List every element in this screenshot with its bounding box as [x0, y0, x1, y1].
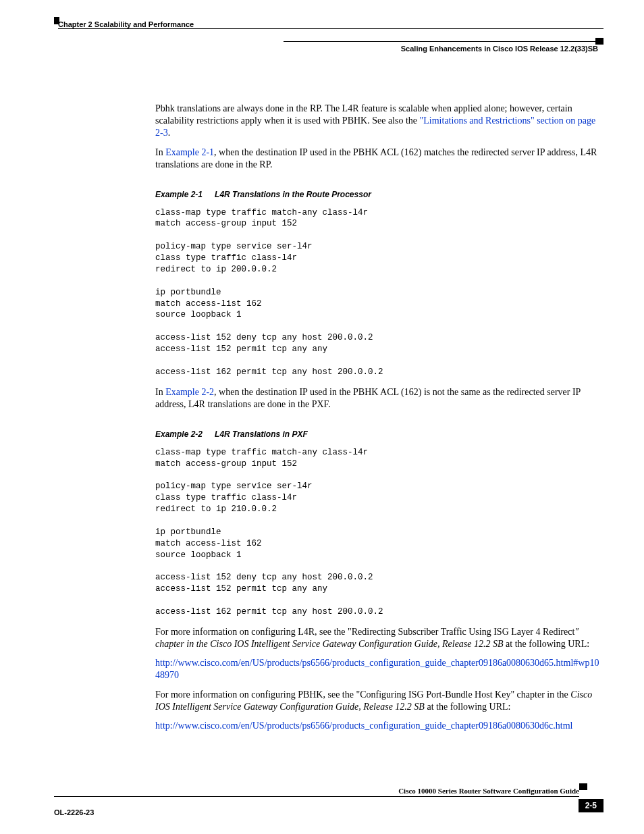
page-number: 2-5: [579, 799, 603, 812]
example-title-text: L4R Translations in the Route Processor: [215, 190, 371, 199]
example-heading: Example 2-1L4R Translations in the Route…: [155, 190, 603, 201]
text-italic: Cisco IOS Intelligent Service Gateway Co…: [210, 639, 503, 649]
footer-right: 2-5: [579, 798, 603, 812]
rule-marker-icon: [54, 17, 59, 24]
footer-doc-number: OL-2226-23: [54, 808, 94, 816]
text: , when the destination IP used in the PB…: [155, 387, 581, 409]
link-example-2-1[interactable]: Example 2-1: [165, 147, 214, 157]
text: at the following URL:: [504, 639, 590, 649]
link-url-2[interactable]: http://www.cisco.com/en/US/products/ps65…: [155, 721, 573, 731]
text: at the following URL:: [425, 702, 511, 712]
text: For more information on configuring L4R,…: [155, 627, 574, 637]
text: In: [155, 147, 165, 157]
paragraph: Pbhk translations are always done in the…: [155, 103, 603, 140]
header-section: Scaling Enhancements in Cisco IOS Releas…: [401, 45, 603, 53]
code-block: class-map type traffic match-any class-l…: [155, 447, 603, 618]
link-example-2-2[interactable]: Example 2-2: [165, 387, 214, 397]
example-label: Example 2-2: [155, 429, 203, 439]
sub-rule: Scaling Enhancements in Cisco IOS Releas…: [54, 41, 603, 54]
header-sub-rule: [284, 41, 599, 42]
text: In: [155, 387, 165, 397]
example-title-text: L4R Translations in PXF: [215, 429, 308, 439]
url-paragraph: http://www.cisco.com/en/US/products/ps65…: [155, 657, 603, 681]
header-chapter: Chapter 2 Scalability and Performance: [54, 20, 603, 28]
top-rule: Chapter 2 Scalability and Performance: [54, 20, 603, 29]
paragraph: For more information on configuring L4R,…: [155, 626, 603, 650]
code-block: class-map type traffic match-any class-l…: [155, 207, 603, 378]
paragraph: For more information on configuring PBHK…: [155, 689, 603, 713]
paragraph: In Example 2-1, when the destination IP …: [155, 147, 603, 171]
link-url-1[interactable]: http://www.cisco.com/en/US/products/ps65…: [155, 658, 599, 680]
page: Chapter 2 Scalability and Performance Sc…: [0, 0, 644, 834]
footer: Cisco 10000 Series Router Software Confi…: [54, 787, 603, 816]
rule-marker-icon: [579, 783, 587, 790]
footer-guide-title: Cisco 10000 Series Router Software Confi…: [54, 787, 603, 795]
header-rule: [58, 28, 603, 29]
footer-row: OL-2226-23 2-5: [54, 798, 603, 816]
example-heading: Example 2-2L4R Translations in PXF: [155, 429, 603, 440]
text: , when the destination IP used in the PB…: [155, 147, 597, 170]
text: .: [168, 128, 171, 138]
rule-marker-icon: [595, 38, 603, 45]
paragraph: In Example 2-2, when the destination IP …: [155, 386, 603, 411]
content: Pbhk translations are always done in the…: [155, 103, 603, 732]
url-paragraph: http://www.cisco.com/en/US/products/ps65…: [155, 720, 603, 732]
example-label: Example 2-1: [155, 190, 203, 199]
header-block: Chapter 2 Scalability and Performance Sc…: [54, 20, 603, 54]
text: For more information on configuring PBHK…: [155, 689, 570, 700]
footer-rule: [54, 796, 579, 797]
footer-rule-wrap: Cisco 10000 Series Router Software Confi…: [54, 787, 603, 797]
